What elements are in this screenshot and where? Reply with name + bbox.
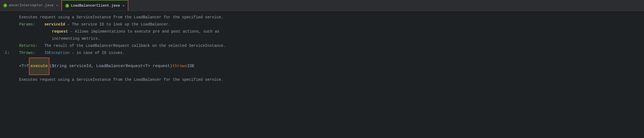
doc-param2-cont-line: incrementing metrics. [19, 35, 639, 42]
close-icon-client[interactable]: ✕ [123, 4, 125, 7]
java-icon-interceptor: J [3, 4, 7, 7]
tab-client[interactable]: i LoadBalancerClient.java ✕ [61, 0, 128, 11]
tab-client-label: LoadBalancerClient.java [71, 4, 120, 8]
doc-throws-line: Throws: IOException – in case of IO issu… [19, 49, 639, 56]
doc-returns-line: Returns: The result of the LoadBalancerR… [19, 42, 639, 49]
doc-param1-name: serviceId [44, 22, 65, 27]
code-content: Executes request using a ServiceInstance… [14, 11, 644, 138]
code-exception: IOE [187, 59, 194, 74]
code-method: execute [29, 58, 49, 75]
doc-returns-desc: The result of the LoadBalancerRequest ca… [44, 44, 226, 48]
code-line: <T> T execute ($tring serviceId, LoadBal… [19, 58, 639, 75]
code-type: T [26, 59, 29, 74]
code-params: ($tring serviceId, LoadBalancerRequest<T… [49, 59, 172, 74]
tab-interceptor-label: ancerInterceptor.java [9, 3, 54, 7]
editor-area: i↓ Executes request using a ServiceInsta… [0, 11, 644, 138]
code-generic: <T> [19, 59, 26, 74]
doc-params-line: Params: serviceId – The service ID to lo… [19, 21, 639, 28]
doc-description-line: Executes request using a ServiceInstance… [19, 14, 639, 21]
gutter-line-6: i↓ [5, 49, 11, 56]
gutter: i↓ [0, 11, 14, 138]
tab-interceptor[interactable]: J ancerInterceptor.java ✕ [0, 0, 61, 11]
doc-throws-desc: – in case of IO issues. [72, 51, 125, 55]
doc-param2-desc: Allows implementations to execute pre an… [75, 29, 219, 34]
doc-description: Executes request using a ServiceInstance… [19, 15, 223, 19]
bottom-doc-text: Executes request using a ServiceInstance… [19, 77, 223, 82]
doc-params-label: Params: [19, 22, 35, 27]
doc-throws-code: IOException [44, 51, 69, 55]
doc-param2-name: request [52, 29, 68, 34]
doc-param2-dash: – [70, 29, 72, 34]
doc-returns-label: Returns: [19, 44, 37, 48]
close-icon-interceptor[interactable]: ✕ [56, 4, 58, 7]
bottom-doc-line: Executes request using a ServiceInstance… [19, 76, 639, 83]
doc-throws-label: Throws: [19, 51, 35, 55]
doc-block: Executes request using a ServiceInstance… [19, 14, 639, 56]
doc-param2-desc2: incrementing metrics. [52, 36, 100, 41]
java-icon-client: i [65, 4, 69, 8]
code-throws-keyword: throws [172, 59, 187, 74]
doc-param1-dash: – [67, 22, 69, 27]
doc-param1-desc: The service ID to look up the LoadBalanc… [72, 22, 170, 27]
tab-bar: J ancerInterceptor.java ✕ i LoadBalancer… [0, 0, 644, 11]
doc-param2-line: request – Allows implementations to exec… [19, 28, 639, 35]
down-arrow-icon: i↓ [5, 49, 10, 56]
